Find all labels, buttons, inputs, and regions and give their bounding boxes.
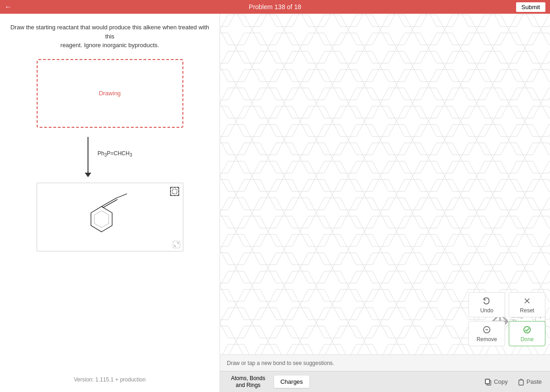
remove-button[interactable]: Remove [468, 321, 505, 346]
arrow-container: Ph3P=CHCH3 [88, 137, 132, 174]
drawing-box[interactable]: Drawing [37, 59, 183, 128]
svg-point-18 [524, 327, 530, 333]
undo-icon [482, 296, 491, 305]
action-panel: Undo Reset Remove [468, 292, 545, 346]
remove-label: Remove [477, 336, 497, 343]
main-layout: Draw the starting reactant that would pr… [0, 14, 550, 392]
drawing-label: Drawing [99, 90, 121, 97]
expand-icon[interactable] [173, 241, 180, 248]
check-icon [522, 325, 532, 334]
action-row-top: Undo Reset [468, 292, 545, 317]
copy-button[interactable]: Copy [481, 376, 511, 387]
left-panel: Draw the starting reactant that would pr… [0, 14, 220, 392]
copy-icon [484, 378, 492, 386]
done-button[interactable]: Done [509, 321, 545, 346]
problem-text: Draw the starting reactant that would pr… [9, 23, 210, 50]
version-text: Version: 1.115.1 + production [74, 367, 145, 383]
undo-label: Undo [480, 307, 494, 314]
done-label: Done [521, 336, 534, 343]
paste-icon [517, 378, 525, 386]
reagent-label: Ph3P=CHCH3 [98, 150, 132, 158]
product-box[interactable] [37, 183, 183, 251]
paste-button[interactable]: Paste [514, 376, 545, 387]
undo-button[interactable]: Undo [468, 292, 505, 317]
back-button[interactable]: ← [5, 3, 12, 11]
select-icon [170, 187, 179, 196]
suggestions-text: Draw or tap a new bond to see suggestion… [227, 360, 334, 366]
reset-icon [522, 296, 532, 305]
bottom-toolbar: Atoms, Bonds and Rings Charges Copy Past… [220, 371, 550, 392]
svg-line-5 [116, 194, 126, 198]
reaction-arrow [88, 137, 88, 174]
svg-line-3 [101, 198, 116, 206]
svg-marker-2 [94, 211, 108, 228]
header-title: Problem 138 of 18 [249, 3, 301, 11]
tab-charges[interactable]: Charges [274, 376, 309, 388]
action-row-bottom: Remove Done [468, 321, 545, 346]
svg-line-4 [103, 199, 117, 207]
suggestions-bar: Draw or tap a new bond to see suggestion… [220, 354, 550, 371]
header: ← Problem 138 of 18 Submit [0, 0, 550, 14]
tab-atoms-bonds-rings[interactable]: Atoms, Bonds and Rings [225, 372, 272, 391]
svg-rect-11 [485, 379, 490, 384]
reset-label: Reset [520, 307, 534, 314]
right-panel: Drag To Pan + − Draw or tap a new bond t… [220, 14, 550, 392]
svg-rect-13 [519, 380, 523, 385]
molecule-svg [64, 190, 156, 245]
submit-button[interactable]: Submit [516, 2, 545, 12]
remove-icon [482, 325, 491, 334]
reset-button[interactable]: Reset [509, 292, 545, 317]
svg-rect-0 [172, 189, 177, 194]
